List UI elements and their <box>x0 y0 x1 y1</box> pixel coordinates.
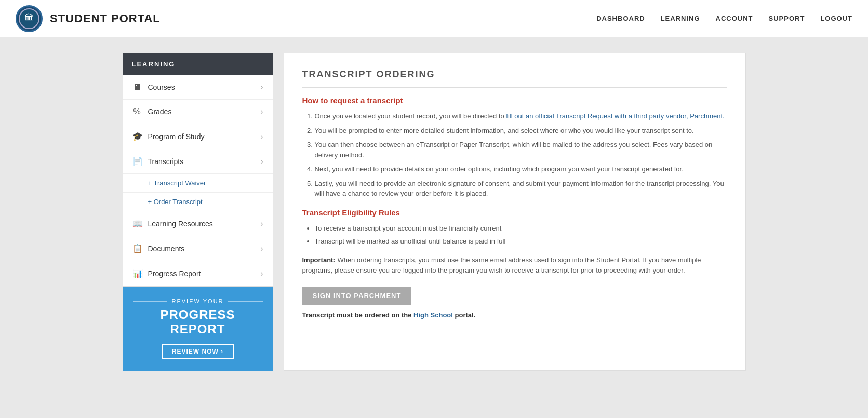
sidebar-courses-label: Courses <box>148 83 175 91</box>
logo-icon: 🏛 <box>24 13 34 24</box>
nav-support[interactable]: SUPPORT <box>769 15 805 22</box>
header-left: 🏛 STUDENT PORTAL <box>16 5 161 32</box>
step-1-text-plain: Once you've located your student record,… <box>315 112 506 120</box>
sidebar-item-grades[interactable]: % Grades › <box>123 100 273 124</box>
how-to-heading: How to request a transcript <box>302 96 727 105</box>
sidebar-item-progress-report[interactable]: 📊 Progress Report › <box>123 261 273 286</box>
sidebar-item-grades-left: % Grades <box>132 107 172 116</box>
sidebar-sub-transcript-waiver[interactable]: + Transcript Waiver <box>123 174 273 193</box>
nav-account[interactable]: ACCOUNT <box>716 15 753 22</box>
order-transcript-label: + Order Transcript <box>148 198 203 206</box>
sidebar-grades-label: Grades <box>148 107 172 116</box>
important-paragraph: Important: When ordering transcripts, yo… <box>302 255 727 277</box>
step-2-text: You will be prompted to enter more detai… <box>315 127 694 134</box>
step-4: Next, you will need to provide details o… <box>315 164 727 174</box>
header: 🏛 STUDENT PORTAL DASHBOARD LEARNING ACCO… <box>0 0 868 37</box>
eligibility-list: To receive a transcript your account mus… <box>302 223 727 247</box>
sidebar-heading: LEARNING <box>123 53 273 75</box>
sidebar-item-docs-left: 📋 Documents <box>132 244 185 253</box>
header-nav: DASHBOARD LEARNING ACCOUNT SUPPORT LOGOU… <box>596 15 852 22</box>
sidebar-transcripts-label: Transcripts <box>148 157 184 166</box>
step-2: You will be prompted to enter more detai… <box>315 126 727 136</box>
content-area: TRANSCRIPT ORDERING How to request a tra… <box>284 53 746 371</box>
sidebar-item-pos-left: 🎓 Program of Study <box>132 131 205 141</box>
step-5-text: Lastly, you will need to provide an elec… <box>315 180 724 198</box>
progress-banner[interactable]: REVIEW YOUR PROGRESS REPORT REVIEW NOW › <box>123 287 273 371</box>
eligibility-heading: Transcript Eligibility Rules <box>302 208 727 217</box>
step-5: Lastly, you will need to provide an elec… <box>315 179 727 199</box>
logo-inner: 🏛 <box>19 8 39 29</box>
courses-chevron-icon: › <box>260 83 263 92</box>
documents-chevron-icon: › <box>260 244 263 253</box>
documents-icon: 📋 <box>132 244 142 253</box>
sidebar-item-courses[interactable]: 🖥 Courses › <box>123 75 273 100</box>
progress-report-icon: 📊 <box>132 268 142 278</box>
sidebar-docs-label: Documents <box>148 245 185 253</box>
sidebar-item-courses-left: 🖥 Courses <box>132 83 175 92</box>
learning-resources-icon: 📖 <box>132 219 142 228</box>
portal-note-plain: Transcript must be ordered on the <box>302 311 414 319</box>
nav-dashboard[interactable]: DASHBOARD <box>596 15 645 22</box>
eligibility-item-1: To receive a transcript your account mus… <box>315 223 727 234</box>
main-container: LEARNING 🖥 Courses › % Grades › <box>71 37 798 386</box>
nav-logout[interactable]: LOGOUT <box>820 15 852 22</box>
sidebar: LEARNING 🖥 Courses › % Grades › <box>123 53 273 371</box>
step-1: Once you've located your student record,… <box>315 111 727 122</box>
step-3: You can then choose between an eTranscri… <box>315 140 727 160</box>
transcripts-icon: 📄 <box>132 156 142 166</box>
how-to-steps: Once you've located your student record,… <box>302 111 727 199</box>
pr-chevron-icon: › <box>260 269 263 278</box>
grades-chevron-icon: › <box>260 107 263 116</box>
lr-chevron-icon: › <box>260 219 263 228</box>
sidebar-item-lr-left: 📖 Learning Resources <box>132 219 213 228</box>
sidebar-lr-label: Learning Resources <box>148 220 213 228</box>
sidebar-item-program-of-study[interactable]: 🎓 Program of Study › <box>123 124 273 149</box>
grades-icon: % <box>132 107 142 116</box>
portal-note: Transcript must be ordered on the High S… <box>302 311 727 319</box>
transcript-waiver-label: + Transcript Waiver <box>148 179 206 187</box>
important-bold: Important: <box>302 256 336 264</box>
sidebar-menu: 🖥 Courses › % Grades › 🎓 Program of Stud… <box>123 75 273 287</box>
eligibility-item-2: Transcript will be marked as unofficial … <box>315 236 727 247</box>
sidebar-pr-label: Progress Report <box>148 269 201 278</box>
progress-banner-review-label: REVIEW YOUR <box>133 298 263 304</box>
review-now-button[interactable]: REVIEW NOW › <box>162 344 234 359</box>
portal-note-after: portal. <box>453 311 475 319</box>
program-icon: 🎓 <box>132 131 142 141</box>
sidebar-pos-label: Program of Study <box>148 132 205 141</box>
content-title: TRANSCRIPT ORDERING <box>302 69 727 88</box>
step-3-text: You can then choose between an eTranscri… <box>315 141 713 159</box>
sidebar-item-transcripts[interactable]: 📄 Transcripts › <box>123 149 273 174</box>
sidebar-item-pr-left: 📊 Progress Report <box>132 268 201 278</box>
sidebar-sub-order-transcript[interactable]: + Order Transcript <box>123 193 273 211</box>
sidebar-item-learning-resources[interactable]: 📖 Learning Resources › <box>123 211 273 236</box>
sidebar-item-documents[interactable]: 📋 Documents › <box>123 236 273 261</box>
high-school-link[interactable]: High School <box>413 311 453 319</box>
site-title: STUDENT PORTAL <box>50 12 161 25</box>
step-1-link[interactable]: fill out an official Transcript Request … <box>506 112 724 120</box>
progress-banner-title: PROGRESS REPORT <box>133 307 263 336</box>
important-body: When ordering transcripts, you must use … <box>302 256 701 275</box>
transcripts-chevron-icon: › <box>260 157 263 166</box>
logo: 🏛 <box>16 5 43 32</box>
sidebar-item-transcripts-left: 📄 Transcripts <box>132 156 184 166</box>
nav-learning[interactable]: LEARNING <box>661 15 700 22</box>
pos-chevron-icon: › <box>260 132 263 141</box>
step-4-text: Next, you will need to provide details o… <box>315 165 684 173</box>
sign-into-parchment-button[interactable]: SIGN INTO PARCHMENT <box>302 287 412 305</box>
courses-icon: 🖥 <box>132 83 142 92</box>
